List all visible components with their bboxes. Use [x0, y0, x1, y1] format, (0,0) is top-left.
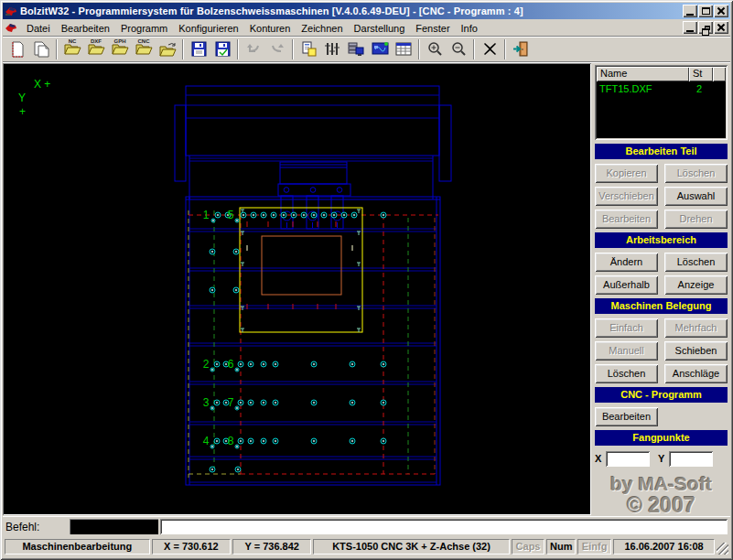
status-num: Num: [546, 539, 576, 555]
open-recent-button[interactable]: [156, 38, 179, 60]
bearbeiten-teil-verschieben-button[interactable]: Verschieben: [595, 187, 658, 206]
bearbeiten-teil-löschen-button[interactable]: Löschen: [664, 164, 728, 183]
child-close-button[interactable]: [714, 21, 728, 34]
maschinen-belegung-manuell-button[interactable]: Manuell: [595, 341, 658, 361]
workpiece-cutout: [262, 236, 341, 295]
menu-bar: DateiBearbeitenProgrammKonfigurierenKont…: [3, 19, 730, 37]
toolbar-separator: [237, 39, 239, 59]
cad-canvas[interactable]: X + Y + 15263748: [3, 63, 591, 515]
arbeitsbereich-außerhalb-button[interactable]: Außerhalb: [595, 275, 658, 295]
fang-y-input[interactable]: [669, 451, 713, 467]
menu-item-fenster[interactable]: Fenster: [410, 21, 455, 36]
toolbar-separator: [418, 39, 420, 59]
child-close-icon: [717, 24, 726, 32]
open-cnc-button[interactable]: CNC: [133, 38, 156, 60]
menu-item-konfigurieren[interactable]: Konfigurieren: [173, 21, 243, 36]
toolbar: NCDXFGPHCNC: [3, 37, 730, 62]
arbeitsbereich-anzeige-button[interactable]: Anzeige: [664, 275, 728, 295]
menu-item-datei[interactable]: Datei: [21, 21, 56, 36]
parts-list-header-st[interactable]: St: [689, 67, 713, 81]
undo-button[interactable]: [243, 38, 265, 60]
zoom-in-button[interactable]: [424, 38, 447, 60]
parts-list[interactable]: Name St TFT15.DXF 2: [595, 65, 728, 140]
open-gph-button[interactable]: GPH: [109, 38, 132, 60]
minimize-button[interactable]: [683, 5, 697, 17]
section-header-arbeitsbereich: Arbeitsbereich: [595, 232, 728, 248]
parts-list-header-name[interactable]: Name: [597, 67, 689, 81]
exit-button[interactable]: [510, 38, 533, 60]
menu-item-bearbeiten[interactable]: Bearbeiten: [56, 21, 115, 36]
status-x-pos: X = 730.612: [152, 539, 231, 555]
title-bar[interactable]: BolzitW32 - Programmiersystem für Bolzen…: [3, 3, 730, 19]
menu-item-programm[interactable]: Programm: [115, 21, 173, 36]
weld-row-labels: 15263748: [203, 209, 234, 447]
menu-item-konturen[interactable]: Konturen: [244, 21, 296, 36]
part-name: TFT15.DXF: [597, 83, 689, 94]
maschinen-belegung-einfach-button[interactable]: Einfach: [595, 318, 658, 338]
menu-item-zeichnen[interactable]: Zeichnen: [296, 21, 348, 36]
command-label: Befehl:: [5, 521, 70, 533]
parts-list-row[interactable]: TFT15.DXF 2: [597, 81, 726, 94]
machine-settings-button[interactable]: [321, 38, 344, 60]
open-nc-button[interactable]: NC: [61, 38, 84, 60]
status-machine: KTS-1050 CNC 3K + Z-Achse (32): [313, 539, 509, 555]
child-restore-icon: [705, 26, 710, 30]
fang-x-label: X: [595, 453, 606, 464]
section-header-fangpunkte: Fangpunkte: [595, 430, 728, 446]
part-properties-button[interactable]: [297, 38, 320, 60]
maschinen-belegung-löschen-button[interactable]: Löschen: [595, 364, 658, 383]
cnc-programm-bearbeiten-button[interactable]: Bearbeiten: [595, 407, 658, 426]
section-buttons-bearbeiten-teil: KopierenLöschenVerschiebenAuswahlBearbei…: [595, 160, 728, 229]
display-settings-button[interactable]: [369, 38, 392, 60]
minimize-icon: [686, 14, 694, 16]
fangpunkte-row: X Y: [595, 451, 728, 467]
workpiece-outline: [240, 208, 362, 332]
part-count: 2: [689, 83, 713, 94]
pale-tick-marks: [247, 245, 352, 251]
save-as-button[interactable]: [211, 38, 234, 60]
maximize-button[interactable]: [698, 5, 713, 17]
open-dxf-button[interactable]: DXF: [85, 38, 108, 60]
toolbar-separator: [504, 39, 506, 59]
grid-dialog-button[interactable]: [393, 38, 415, 60]
bearbeiten-teil-auswahl-button[interactable]: Auswahl: [664, 187, 728, 206]
zoom-out-button[interactable]: [447, 38, 470, 60]
delete-button[interactable]: [479, 38, 501, 60]
child-restore-button[interactable]: [698, 21, 713, 34]
bearbeiten-teil-kopieren-button[interactable]: Kopieren: [595, 164, 658, 183]
menu-item-darstellung[interactable]: Darstellung: [349, 21, 411, 36]
maximize-icon: [702, 7, 710, 15]
status-einfg: Einfg: [577, 539, 611, 555]
watermark: by MA-Soft © 2007: [595, 474, 728, 516]
arbeitsbereich-löschen-button[interactable]: Löschen: [664, 253, 728, 272]
toolbar-separator: [182, 39, 184, 59]
machine-view-button[interactable]: [345, 38, 368, 60]
svg-text:8: 8: [228, 435, 234, 447]
menu-item-info[interactable]: Info: [456, 21, 483, 36]
child-minimize-button[interactable]: [683, 21, 697, 34]
bearbeiten-teil-bearbeiten-button[interactable]: Bearbeiten: [595, 210, 658, 229]
new-from-template-button[interactable]: [30, 38, 53, 60]
section-buttons-maschinen-belegung: EinfachMehrfachManuellSchiebenLöschenAns…: [595, 315, 728, 383]
svg-text:3: 3: [203, 396, 210, 409]
status-datetime: 16.06.2007 16:08: [613, 539, 715, 555]
close-button[interactable]: [714, 5, 728, 17]
maschinen-belegung-mehrfach-button[interactable]: Mehrfach: [664, 318, 728, 338]
section-header-cnc-programm: CNC - Programm: [595, 387, 728, 403]
resize-grip[interactable]: [717, 543, 728, 555]
save-button[interactable]: [188, 38, 210, 60]
toolbar-separator: [56, 39, 58, 59]
maschinen-belegung-anschläge-button[interactable]: Anschläge: [664, 364, 728, 383]
fang-x-input[interactable]: [606, 451, 650, 467]
new-file-button[interactable]: [6, 38, 29, 60]
command-input[interactable]: [160, 519, 728, 534]
redo-button[interactable]: [266, 38, 289, 60]
arbeitsbereich-ändern-button[interactable]: Ändern: [595, 253, 658, 272]
svg-text:6: 6: [228, 358, 234, 371]
section-buttons-arbeitsbereich: ÄndernLöschenAußerhalbAnzeige: [595, 249, 728, 295]
command-row: Befehl:: [3, 516, 730, 536]
svg-text:1: 1: [203, 209, 210, 221]
maschinen-belegung-schieben-button[interactable]: Schieben: [664, 341, 728, 361]
open-nc-label: NC: [69, 38, 77, 44]
bearbeiten-teil-drehen-button[interactable]: Drehen: [664, 210, 728, 229]
